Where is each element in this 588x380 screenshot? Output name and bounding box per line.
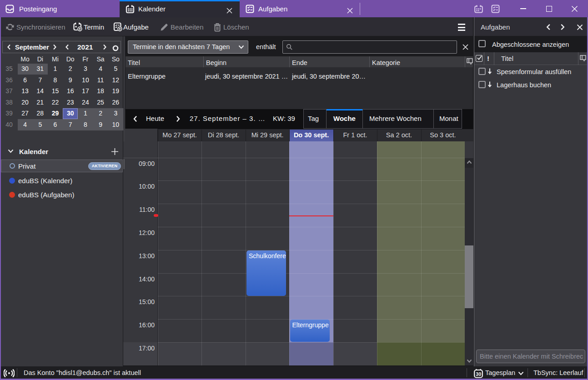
svg-text:30: 30 [476,371,481,377]
